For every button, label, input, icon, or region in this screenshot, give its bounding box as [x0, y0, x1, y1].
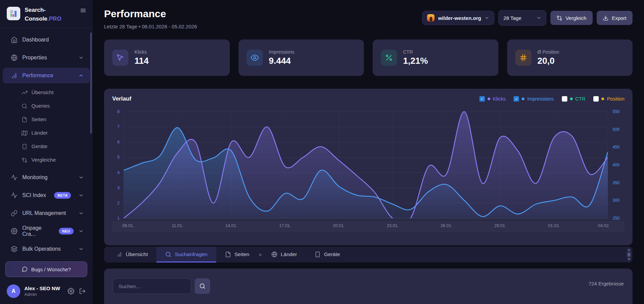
sidebar-subitem-label: Seiten — [31, 116, 46, 122]
tab-label: Übersicht — [126, 251, 148, 257]
svg-text:7: 7 — [117, 125, 120, 129]
legend-label: Impressions — [527, 96, 553, 102]
sidebar-subitem-bersicht[interactable]: Übersicht — [0, 86, 93, 99]
chart-legend: ✓Klicks✓ImpressionsCTRPosition — [479, 96, 624, 102]
logout-icon[interactable] — [79, 288, 86, 295]
file-icon — [225, 251, 231, 257]
sidebar-item-properties[interactable]: Properties — [3, 50, 90, 65]
stat-card-klicks: Klicks114 — [104, 39, 230, 76]
sidebar-subitem-l-nder[interactable]: Länder — [0, 126, 93, 140]
activity-icon — [11, 192, 18, 199]
eye-icon — [247, 50, 263, 66]
bar-chart-icon — [116, 251, 122, 257]
legend-klicks[interactable]: ✓Klicks — [479, 96, 506, 102]
sidebar-item-label: SCI Index — [22, 192, 46, 198]
chart-card: Verlauf ✓Klicks✓ImpressionsCTRPosition 1… — [104, 89, 633, 245]
sidebar-item-performance[interactable]: Performance — [3, 68, 90, 83]
tab-l-nder[interactable]: Länder — [263, 247, 306, 262]
domain-selector[interactable]: wilder-westen.org — [422, 11, 494, 25]
page-title: Performance — [104, 8, 197, 20]
svg-text:11.01.: 11.01. — [172, 223, 183, 228]
stat-value: 9.444 — [269, 56, 294, 66]
activity-icon — [11, 174, 18, 181]
legend-label: CTR — [575, 96, 586, 102]
git-compare-icon — [556, 15, 562, 21]
sidebar-item-monitoring[interactable]: Monitoring — [3, 170, 90, 185]
tab-suchanfragen[interactable]: Suchanfragen — [156, 247, 216, 262]
export-button[interactable]: Export — [597, 11, 633, 25]
legend-position[interactable]: Position — [593, 96, 624, 102]
globe-icon — [11, 54, 18, 61]
stat-value: 114 — [134, 56, 149, 66]
sidebar-subitem-seiten[interactable]: Seiten — [0, 113, 93, 126]
compare-button[interactable]: Vergleich — [550, 11, 593, 25]
domain-favicon — [427, 14, 435, 22]
legend-ctr[interactable]: CTR — [562, 96, 586, 102]
tab-ger-te[interactable]: Geräte — [306, 247, 349, 262]
stat-card-ctr: CTR1,21% — [373, 39, 498, 76]
search-icon — [165, 251, 171, 257]
feedback-label: Bugs / Wünsche? — [31, 267, 71, 272]
tab-bersicht[interactable]: Übersicht — [107, 247, 156, 262]
git-compare-icon — [22, 157, 27, 163]
sidebar-item-bulk-operations[interactable]: Bulk Operations — [3, 241, 90, 257]
legend-label: Klicks — [493, 96, 506, 102]
line-chart[interactable]: 1234567825030035040045050055008.01.11.01… — [112, 107, 624, 243]
sidebar-scrollbar[interactable] — [90, 32, 92, 134]
svg-text:08.01.: 08.01. — [122, 223, 134, 228]
home-icon — [11, 36, 18, 43]
svg-text:500: 500 — [613, 127, 620, 132]
series-dot — [570, 98, 573, 100]
svg-text:300: 300 — [613, 198, 620, 203]
badge-beta: BETA — [54, 192, 71, 199]
compare-label: Vergleich — [566, 15, 587, 21]
sidebar-item-sci-index[interactable]: SCI IndexBETA — [3, 188, 90, 203]
map-icon — [22, 130, 27, 136]
date-range-value: 28 Tage — [503, 15, 521, 21]
menu-icon[interactable] — [80, 7, 86, 15]
sidebar-item-label: Monitoring — [22, 174, 48, 181]
search-input[interactable] — [113, 278, 191, 294]
chevron-down-icon — [78, 246, 84, 252]
tabbar-scrollbar[interactable]: ▲▼ — [626, 248, 631, 261]
legend-impressions[interactable]: ✓Impressions — [514, 96, 553, 102]
chevron-right-icon: > — [258, 247, 263, 262]
gear-icon[interactable] — [68, 288, 74, 295]
avatar[interactable]: A — [7, 284, 20, 298]
stat-label: Ø Position — [538, 49, 560, 55]
search-button[interactable] — [195, 278, 210, 294]
search-icon — [22, 103, 27, 109]
chevron-down-icon — [537, 16, 541, 20]
svg-text:350: 350 — [613, 181, 620, 185]
hash-icon — [515, 50, 531, 66]
chevron-up-icon — [78, 73, 84, 78]
sidebar-subitem-vergleiche[interactable]: Vergleiche — [0, 153, 93, 167]
tab-seiten[interactable]: Seiten — [216, 247, 258, 262]
results-panel: 724 Ergebnisse — [104, 269, 633, 304]
svg-text:1: 1 — [117, 216, 120, 221]
sidebar-subitem-queries[interactable]: Queries — [0, 99, 93, 113]
stat-cards: Klicks114Impressions9.444CTR1,21%Ø Posit… — [104, 39, 633, 76]
sidebar-item-url-management[interactable]: URL Management — [3, 205, 90, 221]
checkbox-icon[interactable]: ✓ — [514, 96, 519, 102]
legend-label: Position — [607, 96, 624, 102]
percent-icon — [381, 50, 397, 66]
stat-value: 20,0 — [538, 56, 560, 66]
checkbox-icon[interactable]: ✓ — [479, 96, 485, 102]
checkbox-icon[interactable] — [562, 96, 567, 102]
trending-up-icon — [22, 90, 27, 95]
feedback-button[interactable]: Bugs / Wünsche? — [5, 261, 87, 277]
tab-label: Länder — [281, 251, 297, 257]
checkbox-icon[interactable] — [593, 96, 599, 102]
tab-label: Seiten — [234, 251, 249, 257]
sidebar-item-onpage-cra[interactable]: Onpage Cra...NEU — [3, 223, 90, 239]
chevron-down-icon — [78, 55, 84, 60]
date-range-select[interactable]: 28 Tage — [498, 10, 546, 26]
svg-text:04.02.: 04.02. — [598, 223, 610, 228]
svg-text:250: 250 — [613, 216, 620, 221]
results-count: 724 Ergebnisse — [589, 281, 624, 286]
page-subtitle: Letzte 28 Tage • 08.01.2026 - 05.02.2026 — [104, 24, 197, 29]
sidebar-subitem-ger-te[interactable]: Geräte — [0, 140, 93, 153]
series-dot — [522, 98, 524, 100]
sidebar-item-dashboard[interactable]: Dashboard — [3, 32, 90, 48]
